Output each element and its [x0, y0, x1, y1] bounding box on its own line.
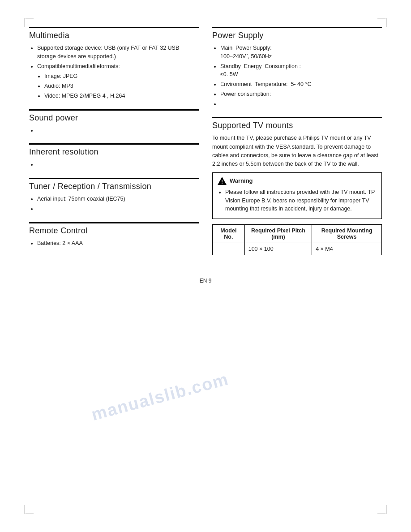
- corner-mark-bl-h: [25, 514, 34, 514]
- power-supply-item-5: [220, 100, 382, 108]
- corner-mark-tl-h: [25, 18, 34, 18]
- watermark: manualslib.com: [90, 369, 231, 425]
- multimedia-subitem-video: Video: MPEG 2/MPEG 4 , H.264: [44, 92, 199, 100]
- corner-mark-tr-h: [377, 18, 386, 18]
- remote-control-title: Remote Control: [29, 226, 199, 236]
- tuner-list: Aerial input: 75ohm coaxial (IEC75): [29, 195, 199, 213]
- power-supply-item-4: Power consumption:: [220, 90, 382, 99]
- tv-mounts-title: Supported TV mounts: [212, 121, 382, 130]
- remote-control-list: Batteries: 2 × AAA: [29, 239, 199, 248]
- warning-item: Please follow all instructions provided …: [225, 188, 377, 213]
- remote-control-section: Remote Control Batteries: 2 × AAA: [29, 222, 199, 248]
- page-footer: EN 9: [29, 278, 382, 284]
- tuner-item-2: [37, 205, 199, 213]
- multimedia-item-2: Compatiblemultimediafileformats: Image: …: [37, 62, 199, 100]
- tuner-item-1: Aerial input: 75ohm coaxial (IEC75): [37, 195, 199, 203]
- page-number: EN 9: [200, 278, 212, 284]
- warning-box: ! Warning Please follow all instructions…: [212, 172, 382, 219]
- tuner-section: Tuner / Reception / Transmission Aerial …: [29, 178, 199, 213]
- power-supply-item-1: Main Power Supply:100−240V˜, 50/60Hz: [220, 44, 382, 61]
- power-supply-header: Power Supply: [212, 27, 382, 40]
- table-cell-pixel-pitch: 100 × 100: [244, 243, 312, 255]
- tv-mounts-header: Supported TV mounts: [212, 117, 382, 130]
- left-column: Multimedia Supported storage device: USB…: [29, 27, 199, 264]
- sound-power-section: Sound power: [29, 109, 199, 135]
- multimedia-subitem-audio: Audio: MP3: [44, 82, 199, 90]
- warning-icon: !: [217, 176, 227, 185]
- power-supply-title: Power Supply: [212, 31, 382, 40]
- multimedia-title: Multimedia: [29, 31, 199, 40]
- table-header-row: Model No. Required Pixel Pitch (mm) Requ…: [213, 225, 382, 243]
- corner-mark-br-v: [386, 505, 386, 514]
- table-cell-model: [213, 243, 245, 255]
- power-supply-list: Main Power Supply:100−240V˜, 50/60Hz Sta…: [212, 44, 382, 108]
- multimedia-item-1: Supported storage device: USB (only FAT …: [37, 44, 199, 61]
- svg-text:!: !: [221, 179, 223, 184]
- inherent-resolution-item: [37, 160, 199, 169]
- multimedia-list: Supported storage device: USB (only FAT …: [29, 44, 199, 100]
- inherent-resolution-header: Inherent resolution: [29, 143, 199, 157]
- corner-mark-br-h: [377, 514, 386, 514]
- table-header-pixel-pitch: Required Pixel Pitch (mm): [244, 225, 312, 243]
- tv-mounts-section: Supported TV mounts To mount the TV, ple…: [212, 117, 382, 255]
- warning-label: Warning: [230, 177, 253, 184]
- remote-control-item-1: Batteries: 2 × AAA: [37, 239, 199, 248]
- sound-power-title: Sound power: [29, 113, 199, 123]
- table-header-model: Model No.: [213, 225, 245, 243]
- corner-mark-tr-v: [386, 18, 386, 27]
- specs-table: Model No. Required Pixel Pitch (mm) Requ…: [212, 224, 382, 255]
- inherent-resolution-title: Inherent resolution: [29, 147, 199, 157]
- right-column: Power Supply Main Power Supply:100−240V˜…: [212, 27, 382, 264]
- tuner-title: Tuner / Reception / Transmission: [29, 182, 199, 191]
- power-supply-item-2: Standby Energy Consumption :≤0. 5W: [220, 62, 382, 79]
- multimedia-sublist: Image: JPEG Audio: MP3 Video: MPEG 2/MPE…: [37, 72, 199, 100]
- main-columns: Multimedia Supported storage device: USB…: [29, 27, 382, 264]
- multimedia-header: Multimedia: [29, 27, 199, 40]
- remote-control-header: Remote Control: [29, 222, 199, 236]
- power-supply-item-3: Environment Temperature: 5- 40 °C: [220, 80, 382, 89]
- warning-triangle-icon: !: [217, 176, 227, 185]
- sound-power-list: [29, 126, 199, 135]
- sound-power-item: [37, 126, 199, 135]
- power-supply-section: Power Supply Main Power Supply:100−240V˜…: [212, 27, 382, 108]
- multimedia-section: Multimedia Supported storage device: USB…: [29, 27, 199, 100]
- corner-mark-tl-v: [25, 18, 25, 27]
- inherent-resolution-list: [29, 160, 199, 169]
- warning-header: ! Warning: [217, 176, 377, 185]
- multimedia-subitem-image: Image: JPEG: [44, 72, 199, 81]
- corner-mark-bl-v: [25, 505, 25, 514]
- tuner-header: Tuner / Reception / Transmission: [29, 178, 199, 191]
- table-cell-mounting-screws: 4 × M4: [312, 243, 382, 255]
- sound-power-header: Sound power: [29, 109, 199, 123]
- warning-list: Please follow all instructions provided …: [217, 188, 377, 213]
- table-row: 100 × 100 4 × M4: [213, 243, 382, 255]
- inherent-resolution-section: Inherent resolution: [29, 143, 199, 169]
- table-header-mounting-screws: Required Mounting Screws: [312, 225, 382, 243]
- page-content: Multimedia Supported storage device: USB…: [0, 0, 411, 311]
- tv-mounts-body: To mount the TV, please purchase a Phili…: [212, 134, 382, 169]
